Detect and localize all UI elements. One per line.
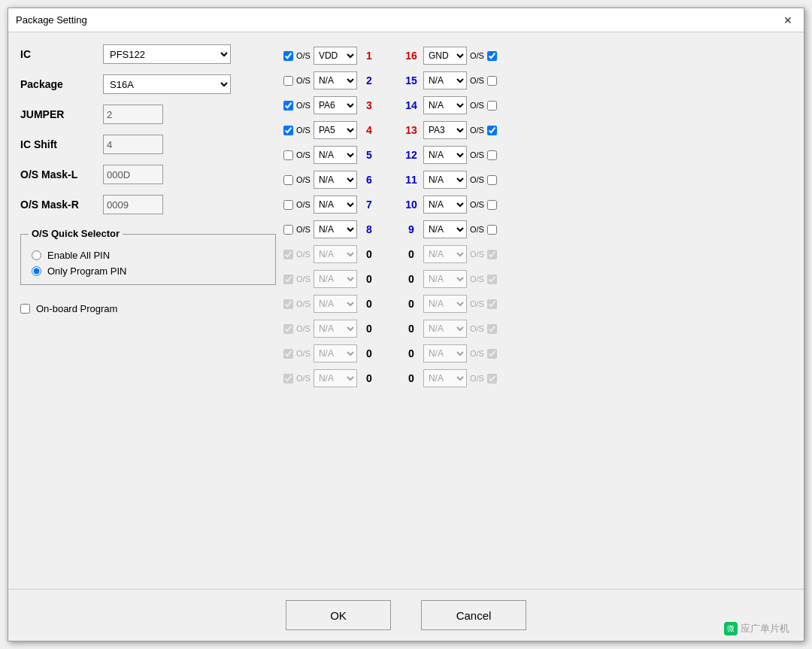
left-signal-select: N/A: [314, 295, 357, 313]
right-os-label: O/S: [470, 299, 484, 308]
ic-label: IC: [20, 48, 95, 60]
package-select[interactable]: S16A: [103, 74, 231, 94]
ic-select[interactable]: PFS122: [103, 44, 231, 64]
left-os-checkbox[interactable]: [283, 150, 293, 160]
pin-row: O/SN/A00N/AO/S: [283, 317, 792, 340]
left-signal-select[interactable]: N/A: [314, 196, 357, 214]
left-pin-number: 0: [360, 347, 378, 359]
left-os-checkbox: [283, 299, 293, 309]
onboard-checkbox[interactable]: [20, 304, 30, 314]
window-title: Package Setting: [16, 14, 87, 26]
right-os-checkbox[interactable]: [487, 200, 497, 210]
left-os-checkbox[interactable]: [283, 225, 293, 235]
left-os-label: O/S: [296, 76, 311, 85]
left-signal-select: N/A: [314, 245, 357, 263]
left-os-checkbox[interactable]: [283, 101, 293, 111]
right-pin-number: 16: [402, 50, 420, 62]
right-os-label: O/S: [470, 324, 484, 333]
left-os-checkbox[interactable]: [283, 51, 293, 61]
left-os-label: O/S: [296, 51, 311, 60]
onboard-row: On-board Program: [20, 303, 276, 314]
right-os-checkbox[interactable]: [487, 51, 497, 61]
left-signal-select[interactable]: N/A: [314, 220, 357, 238]
left-os-label: O/S: [296, 349, 311, 358]
right-signal-select[interactable]: N/A: [423, 146, 467, 164]
left-os-checkbox[interactable]: [283, 126, 293, 135]
cancel-button[interactable]: Cancel: [421, 600, 526, 630]
jumper-label: JUMPER: [20, 108, 95, 120]
os-mask-l-label: O/S Mask-L: [20, 168, 95, 180]
left-signal-select: N/A: [314, 369, 357, 387]
radio-only-program-label: Only Program PIN: [47, 265, 126, 277]
right-os-checkbox: [487, 349, 497, 359]
radio-enable-all[interactable]: [32, 250, 41, 260]
left-signal-select[interactable]: VDD: [314, 47, 357, 65]
close-button[interactable]: ✕: [780, 12, 796, 29]
quick-selector-group: O/S Quick Selector Enable All PIN Only P…: [20, 234, 276, 285]
os-mask-l-row: O/S Mask-L: [20, 165, 276, 184]
right-pin-number: 9: [402, 223, 420, 235]
watermark-text: 应广单片机: [741, 622, 789, 635]
left-os-checkbox[interactable]: [283, 76, 293, 86]
right-signal-select[interactable]: GND: [423, 47, 467, 65]
right-signal-select[interactable]: N/A: [423, 171, 467, 189]
right-panel: O/SVDD116GNDO/SO/SN/A215N/AO/SO/SPA6314N…: [283, 44, 792, 577]
ic-shift-input[interactable]: [103, 135, 163, 154]
package-setting-window: Package Setting ✕ IC PFS122 Package S16A…: [8, 8, 804, 641]
right-os-label: O/S: [470, 101, 484, 110]
package-label: Package: [20, 78, 95, 90]
watermark: 微 应广单片机: [724, 622, 789, 635]
left-pin-number: 3: [360, 99, 378, 111]
left-os-label: O/S: [296, 175, 311, 184]
right-os-checkbox[interactable]: [487, 175, 497, 185]
left-pin-number: 8: [360, 223, 378, 235]
left-signal-select[interactable]: PA6: [314, 96, 357, 114]
left-pin-number: 0: [360, 323, 378, 335]
left-os-label: O/S: [296, 374, 311, 383]
right-os-checkbox[interactable]: [487, 101, 497, 111]
left-os-label: O/S: [296, 324, 311, 333]
left-signal-select[interactable]: N/A: [314, 146, 357, 164]
right-os-checkbox[interactable]: [487, 76, 497, 86]
left-pin-number: 1: [360, 50, 378, 62]
ok-button[interactable]: OK: [286, 600, 391, 630]
right-pin-number: 12: [402, 149, 420, 161]
right-pin-number: 0: [402, 323, 420, 335]
right-signal-select[interactable]: N/A: [423, 220, 467, 238]
right-pin-number: 15: [402, 74, 420, 86]
os-mask-r-row: O/S Mask-R: [20, 195, 276, 214]
right-signal-select[interactable]: PA3: [423, 121, 467, 139]
pin-row: O/SN/A00N/AO/S: [283, 293, 792, 315]
left-os-checkbox[interactable]: [283, 200, 293, 210]
jumper-input[interactable]: [103, 105, 163, 124]
os-mask-r-input[interactable]: [103, 195, 163, 214]
right-os-label: O/S: [470, 150, 484, 159]
pin-row: O/SN/A00N/AO/S: [283, 243, 792, 265]
right-os-checkbox: [487, 274, 497, 284]
left-signal-select[interactable]: N/A: [314, 71, 357, 89]
right-os-checkbox[interactable]: [487, 150, 497, 160]
title-bar: Package Setting ✕: [8, 8, 804, 32]
right-pin-number: 14: [402, 99, 420, 111]
right-pin-number: 11: [402, 174, 420, 186]
left-signal-select[interactable]: PA5: [314, 121, 357, 139]
right-os-label: O/S: [470, 225, 484, 234]
left-os-checkbox: [283, 349, 293, 359]
right-os-checkbox[interactable]: [487, 126, 497, 135]
right-os-label: O/S: [470, 51, 484, 60]
pin-row: O/SN/A00N/AO/S: [283, 268, 792, 290]
right-signal-select[interactable]: N/A: [423, 71, 467, 89]
os-mask-l-input[interactable]: [103, 165, 163, 184]
right-signal-select[interactable]: N/A: [423, 96, 467, 114]
left-os-label: O/S: [296, 200, 311, 209]
right-os-checkbox[interactable]: [487, 225, 497, 235]
left-signal-select: N/A: [314, 320, 357, 338]
radio-only-program[interactable]: [32, 266, 41, 276]
left-signal-select[interactable]: N/A: [314, 171, 357, 189]
right-signal-select: N/A: [423, 369, 467, 387]
left-signal-select: N/A: [314, 270, 357, 288]
left-os-checkbox[interactable]: [283, 175, 293, 185]
right-os-label: O/S: [470, 200, 484, 209]
right-signal-select[interactable]: N/A: [423, 196, 467, 214]
right-os-label: O/S: [470, 175, 484, 184]
